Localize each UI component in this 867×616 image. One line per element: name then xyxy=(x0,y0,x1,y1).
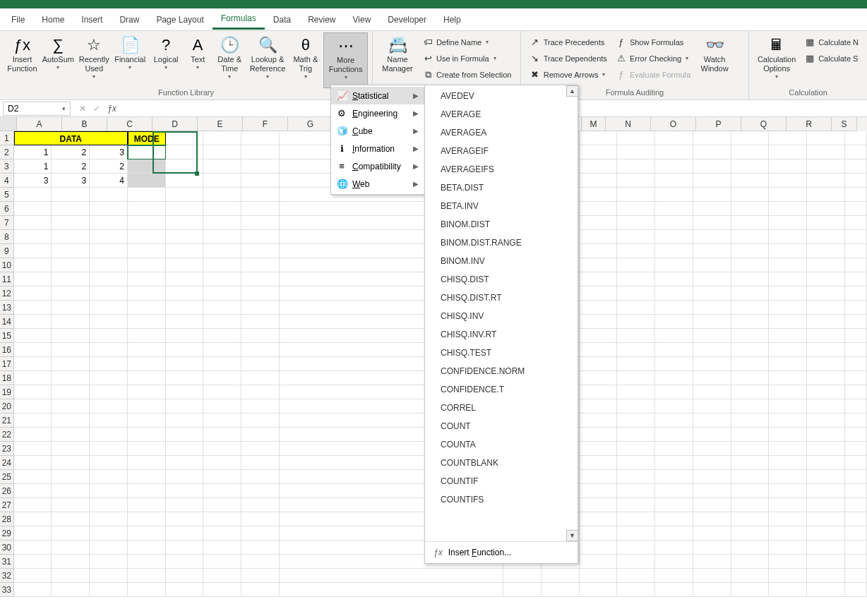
cell[interactable] xyxy=(90,301,128,315)
cell[interactable] xyxy=(52,272,90,286)
cell[interactable] xyxy=(769,428,807,442)
cell[interactable] xyxy=(617,569,655,583)
cell[interactable] xyxy=(52,399,90,413)
menu-item-cube[interactable]: 🧊Cube▶ xyxy=(331,122,424,140)
cell[interactable] xyxy=(807,131,845,145)
cell[interactable] xyxy=(241,512,280,526)
cell[interactable] xyxy=(731,174,770,188)
cell[interactable] xyxy=(128,540,166,555)
cell[interactable] xyxy=(845,442,867,456)
show-formulas-button[interactable]: ƒ Show Formulas xyxy=(613,35,693,49)
cell[interactable] xyxy=(769,399,807,413)
cell[interactable] xyxy=(203,526,241,540)
cell[interactable] xyxy=(769,526,807,540)
cell[interactable] xyxy=(693,329,731,343)
cell[interactable] xyxy=(580,258,618,272)
cell[interactable] xyxy=(14,301,52,315)
cell[interactable] xyxy=(580,413,618,428)
calculate-sheet-button[interactable]: ▦ Calculate S xyxy=(801,52,861,65)
function-item-averagea[interactable]: AVERAGEA xyxy=(425,123,578,142)
tab-file[interactable]: File xyxy=(3,11,33,29)
cell[interactable] xyxy=(166,484,204,498)
define-name-button[interactable]: 🏷 Define Name ▾ xyxy=(419,35,514,49)
col-header-P[interactable]: P xyxy=(696,117,741,131)
row-header-27[interactable]: 27 xyxy=(0,498,14,512)
cell[interactable] xyxy=(203,188,241,202)
cell[interactable] xyxy=(128,159,166,174)
cell[interactable] xyxy=(580,569,618,583)
cell[interactable] xyxy=(166,456,204,470)
function-item-average[interactable]: AVERAGE xyxy=(425,105,578,123)
cell[interactable] xyxy=(769,258,807,272)
menu-item-information[interactable]: ℹInformation▶ xyxy=(331,140,424,157)
cell[interactable] xyxy=(845,526,867,540)
name-box-dropdown-icon[interactable]: ▾ xyxy=(62,105,66,112)
create-from-selection-button[interactable]: ⧉ Create from Selection xyxy=(419,68,514,82)
cell[interactable] xyxy=(14,357,52,371)
cell[interactable] xyxy=(90,498,128,512)
row-header-9[interactable]: 9 xyxy=(0,244,14,258)
col-header-R[interactable]: R xyxy=(787,117,832,131)
cell[interactable] xyxy=(580,470,618,484)
cell[interactable]: MODE xyxy=(128,131,166,145)
cell[interactable] xyxy=(52,498,90,512)
cell[interactable] xyxy=(128,399,166,413)
cell[interactable] xyxy=(845,315,867,329)
cell[interactable] xyxy=(731,583,770,597)
cell[interactable] xyxy=(693,272,731,286)
cell[interactable] xyxy=(52,413,90,428)
cell[interactable] xyxy=(128,244,166,258)
cell[interactable] xyxy=(845,202,867,216)
cell[interactable] xyxy=(166,131,204,145)
cell[interactable] xyxy=(845,470,867,484)
cell[interactable] xyxy=(655,569,693,583)
insert-function-button[interactable]: ƒx Insert Function xyxy=(4,32,40,88)
text-button[interactable]: A Text ▾ xyxy=(184,32,212,88)
cell[interactable] xyxy=(203,498,241,512)
cell[interactable]: 4 xyxy=(90,174,128,188)
cell[interactable] xyxy=(693,371,731,385)
cell[interactable] xyxy=(241,343,280,357)
row-header-7[interactable]: 7 xyxy=(0,216,14,230)
insert-function-menu-item[interactable]: ƒx Insert Function... xyxy=(425,541,578,563)
cell[interactable] xyxy=(241,131,280,145)
cell[interactable] xyxy=(14,230,52,244)
row-header-6[interactable]: 6 xyxy=(0,202,14,216)
cell[interactable] xyxy=(52,357,90,371)
formula-enter-icon[interactable]: ✓ xyxy=(92,104,102,114)
function-item-averageifs[interactable]: AVERAGEIFS xyxy=(425,160,578,179)
cell[interactable] xyxy=(655,329,693,343)
cell[interactable] xyxy=(14,385,52,399)
function-item-countblank[interactable]: COUNTBLANK xyxy=(425,454,578,472)
cell[interactable] xyxy=(731,258,770,272)
cell[interactable] xyxy=(807,188,845,202)
cell[interactable] xyxy=(769,456,807,470)
date-time-button[interactable]: 🕒 Date & Time ▾ xyxy=(212,32,248,88)
cell[interactable] xyxy=(617,315,655,329)
col-header-A[interactable]: A xyxy=(17,117,62,131)
row-header-5[interactable]: 5 xyxy=(0,188,14,202)
cell[interactable] xyxy=(90,272,128,286)
cell[interactable] xyxy=(90,343,128,357)
menu-item-compatibility[interactable]: ≡Compatibility▶ xyxy=(331,157,424,175)
row-header-28[interactable]: 28 xyxy=(0,512,14,526)
cell[interactable] xyxy=(693,456,731,470)
function-item-countifs[interactable]: COUNTIFS xyxy=(425,490,578,509)
cell[interactable] xyxy=(241,399,280,413)
cell[interactable] xyxy=(693,583,731,597)
calculation-options-button[interactable]: 🖩 Calculation Options ▾ xyxy=(753,32,800,88)
cell[interactable] xyxy=(617,329,655,343)
cell[interactable] xyxy=(241,174,280,188)
cell[interactable] xyxy=(731,526,770,540)
cell[interactable] xyxy=(52,428,90,442)
col-header-B[interactable]: B xyxy=(62,117,107,131)
cell[interactable] xyxy=(580,216,618,230)
cell[interactable] xyxy=(241,357,280,371)
cell[interactable] xyxy=(845,272,867,286)
menu-item-statistical[interactable]: 📈Statistical▶ xyxy=(331,87,424,104)
cell[interactable] xyxy=(693,343,731,357)
cell[interactable] xyxy=(90,583,128,597)
cell[interactable] xyxy=(693,470,731,484)
cell[interactable] xyxy=(807,315,845,329)
cell[interactable] xyxy=(655,145,693,159)
